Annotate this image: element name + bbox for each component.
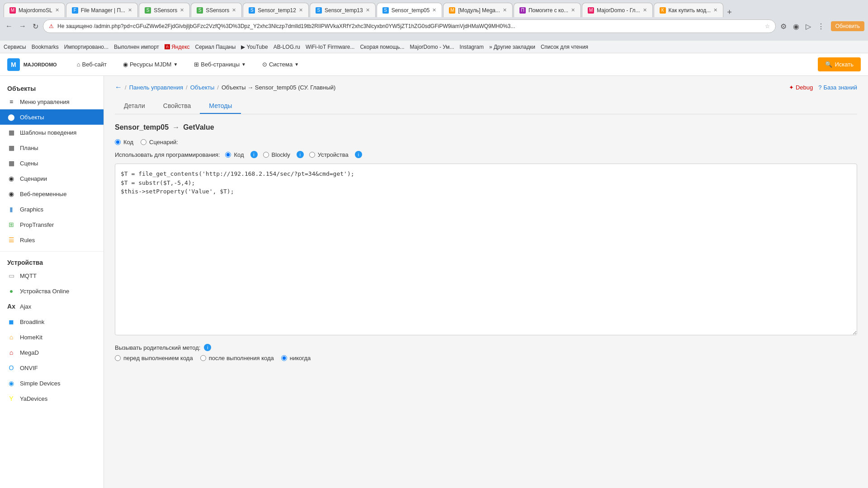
radio-code[interactable]: Код — [115, 139, 133, 145]
browser-tab-11[interactable]: К Как купить мод... ✕ — [654, 3, 724, 17]
radio-after[interactable]: после выполнения кода — [200, 355, 274, 361]
browser-tab-8[interactable]: М [Модуль] Mega... ✕ — [443, 3, 513, 17]
tab-close-5[interactable]: ✕ — [299, 7, 303, 13]
radio-scenario-input[interactable] — [141, 139, 146, 145]
address-bar[interactable]: ⚠ Не защищено /admin.php?pd=cGFuZWw6e2Fj… — [43, 19, 776, 33]
breadcrumb-item-0[interactable]: Панель управления — [129, 84, 183, 91]
browser-tab-5[interactable]: S Sensor_temp12 ✕ — [243, 3, 309, 17]
browser-tab-7[interactable]: S Sensor_temp05 ✕ — [377, 3, 443, 17]
bookmark-imported[interactable]: Импортировано... — [64, 44, 108, 50]
search-button[interactable]: 🔍 Искать — [818, 57, 861, 71]
tab-close-4[interactable]: ✕ — [232, 7, 236, 13]
tab-close-10[interactable]: ✕ — [643, 7, 647, 13]
forward-button[interactable]: → — [17, 20, 28, 32]
bookmark-other[interactable]: » Другие закладки — [489, 44, 535, 50]
tab-close-6[interactable]: ✕ — [366, 7, 370, 13]
radio-prog-blockly-input[interactable] — [263, 152, 269, 158]
bookmark-bookmarks[interactable]: Bookmarks — [32, 44, 59, 50]
back-arrow[interactable]: ← — [115, 83, 122, 91]
tab-close-3[interactable]: ✕ — [180, 7, 184, 13]
bookmark-youtube[interactable]: ▶ YouTube — [241, 44, 268, 50]
tab-close-2[interactable]: ✕ — [128, 7, 132, 13]
profile-button[interactable]: ◉ — [791, 20, 801, 33]
code-editor[interactable] — [115, 164, 857, 335]
question-icon: ? — [818, 84, 821, 91]
radio-never-input[interactable] — [281, 355, 287, 361]
info-icon-parent[interactable]: i — [204, 344, 211, 351]
sidebar-item-simple-devices[interactable]: ◉ Simple Devices — [0, 375, 104, 391]
nav-resources[interactable]: ◉ Ресурсы MJDM ▼ — [119, 59, 181, 70]
sidebar-item-menu[interactable]: ≡ Меню управления — [0, 94, 104, 109]
sidebar-item-broadlink[interactable]: ◼ Broadlink — [0, 314, 104, 329]
tab-close-8[interactable]: ✕ — [503, 7, 507, 13]
sidebar-item-rules[interactable]: ☰ Rules — [0, 232, 104, 248]
info-icon-blockly[interactable]: i — [297, 151, 304, 158]
cast-button[interactable]: ▷ — [804, 20, 813, 33]
nav-system[interactable]: ⊙ Система ▼ — [259, 59, 302, 70]
nav-webpages[interactable]: ⊞ Веб-страницы ▼ — [190, 59, 250, 70]
tab-close-7[interactable]: ✕ — [432, 7, 436, 13]
browser-tab-6[interactable]: S Sensor_temp13 ✕ — [310, 3, 376, 17]
browser-tab-3[interactable]: S SSensors ✕ — [139, 3, 190, 17]
bookmark-instagram[interactable]: Instagram — [460, 44, 484, 50]
sidebar-item-proptransfer[interactable]: ⊞ PropTransfer — [0, 217, 104, 232]
reload-button[interactable]: ↻ — [31, 20, 40, 33]
tab-properties[interactable]: Свойства — [154, 99, 200, 114]
sidebar-item-templates[interactable]: ▦ Шаблоны поведения — [0, 125, 104, 140]
sidebar-item-onvif[interactable]: O ONVIF — [0, 360, 104, 375]
nav-website[interactable]: ⌂ Веб-сайт — [73, 59, 110, 70]
browser-tab-9[interactable]: П Помогите с ко... ✕ — [514, 3, 581, 17]
bookmark-import-done[interactable]: Выполнен импорт — [114, 44, 159, 50]
back-button[interactable]: ← — [4, 20, 14, 32]
browser-tab-4[interactable]: S SSensors ✕ — [191, 3, 242, 17]
bookmark-skoraya[interactable]: Скорая помощь... — [360, 44, 404, 50]
sidebar-item-scenarios[interactable]: ◉ Сценарии — [0, 171, 104, 186]
bookmark-wifi[interactable]: WiFi-IoT Firmware... — [306, 44, 354, 50]
radio-after-input[interactable] — [200, 355, 206, 361]
radio-before[interactable]: перед выполнением кода — [115, 355, 193, 361]
sidebar-item-ajax[interactable]: Ax Ajax — [0, 299, 104, 314]
sidebar-item-graphics[interactable]: ▮ Graphics — [0, 202, 104, 217]
info-icon-devices[interactable]: i — [355, 151, 362, 158]
new-tab-button[interactable]: + — [724, 8, 735, 17]
radio-before-input[interactable] — [115, 355, 121, 361]
radio-never[interactable]: никогда — [281, 355, 311, 361]
tab-details[interactable]: Детали — [115, 99, 154, 114]
info-icon-code[interactable]: i — [250, 151, 258, 158]
tab-methods[interactable]: Методы — [200, 99, 241, 114]
sidebar-item-devices-online[interactable]: ● Устройства Online — [0, 283, 104, 299]
sidebar-item-webvars[interactable]: ◉ Веб-переменные — [0, 186, 104, 202]
sidebar-item-objects[interactable]: ⬤ Объекты — [0, 109, 104, 125]
radio-prog-devices[interactable]: Устройства — [309, 151, 349, 158]
browser-tab-10[interactable]: M MajorDomo - Гл... ✕ — [582, 3, 653, 17]
tab-close-11[interactable]: ✕ — [713, 7, 717, 13]
debug-button[interactable]: ✦ Debug — [789, 84, 813, 91]
bookmark-services[interactable]: Сервисы — [4, 44, 26, 50]
bookmark-ablog[interactable]: AB-LOG.ru — [274, 44, 300, 50]
browser-tab-2[interactable]: F File Manager | П... ✕ — [66, 3, 138, 17]
breadcrumb-item-1[interactable]: Объекты — [190, 84, 215, 91]
sidebar-item-homekit[interactable]: ⌂ HomeKit — [0, 329, 104, 345]
radio-prog-code[interactable]: Код — [225, 151, 244, 158]
sidebar-item-yadevices[interactable]: Y YaDevices — [0, 391, 104, 406]
radio-prog-devices-input[interactable] — [309, 152, 315, 158]
tab-close-1[interactable]: ✕ — [55, 7, 59, 13]
radio-prog-code-input[interactable] — [225, 152, 231, 158]
bookmark-serial[interactable]: Сериал Пацаны — [195, 44, 236, 50]
radio-code-input[interactable] — [115, 139, 121, 145]
sidebar-item-plans[interactable]: ▦ Планы — [0, 140, 104, 155]
bookmark-yandex[interactable]: 🅰 Яндекс — [165, 44, 190, 50]
knowledge-button[interactable]: ? База знаний — [818, 84, 857, 91]
radio-scenario[interactable]: Сценарий: — [141, 139, 178, 145]
menu-button[interactable]: ⋮ — [816, 20, 826, 33]
extensions-button[interactable]: ⚙ — [778, 20, 788, 33]
sidebar-item-scenes[interactable]: ▦ Сцены — [0, 155, 104, 171]
sidebar-item-mqtt[interactable]: ▭ MQTT — [0, 268, 104, 283]
sidebar-item-megad[interactable]: ⌂ MegaD — [0, 345, 104, 360]
radio-prog-blockly[interactable]: Blockly — [263, 151, 290, 158]
bookmark-majordomo[interactable]: MajorDomo - Ум... — [410, 44, 454, 50]
refresh-button[interactable]: Обновить — [831, 21, 864, 31]
tab-close-9[interactable]: ✕ — [571, 7, 575, 13]
browser-tab-1[interactable]: M MajordomoSL ✕ — [4, 3, 65, 17]
bookmark-reading[interactable]: Список для чтения — [541, 44, 588, 50]
